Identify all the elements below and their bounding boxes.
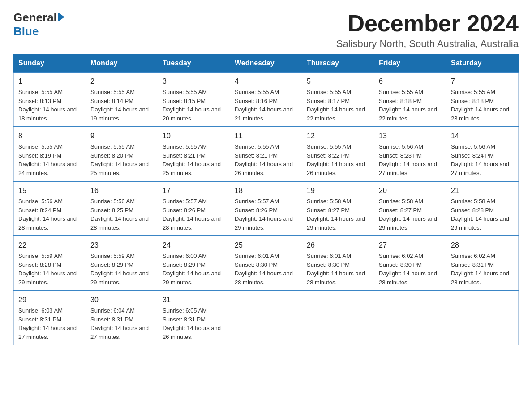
calendar-cell: 26 Sunrise: 6:01 AM Sunset: 8:30 PM Dayl… bbox=[302, 236, 374, 291]
day-daylight: Daylight: 14 hours and 27 minutes. bbox=[90, 325, 149, 340]
logo-triangle-icon bbox=[58, 13, 64, 21]
calendar-cell bbox=[230, 291, 302, 345]
day-daylight: Daylight: 14 hours and 26 minutes. bbox=[235, 161, 293, 176]
header-thursday: Thursday bbox=[302, 55, 374, 73]
calendar-cell: 24 Sunrise: 6:00 AM Sunset: 8:29 PM Dayl… bbox=[158, 236, 230, 291]
calendar-week-1: 1 Sunrise: 5:55 AM Sunset: 8:13 PM Dayli… bbox=[14, 72, 519, 127]
calendar-cell: 15 Sunrise: 5:56 AM Sunset: 8:24 PM Dayl… bbox=[14, 181, 86, 236]
day-number: 5 bbox=[307, 76, 369, 87]
day-daylight: Daylight: 14 hours and 28 minutes. bbox=[379, 270, 437, 286]
day-sunset: Sunset: 8:15 PM bbox=[163, 98, 206, 104]
day-number: 10 bbox=[163, 131, 225, 141]
day-number: 30 bbox=[90, 295, 153, 305]
day-sunset: Sunset: 8:20 PM bbox=[90, 152, 133, 159]
day-daylight: Daylight: 14 hours and 27 minutes. bbox=[451, 161, 509, 176]
day-number: 18 bbox=[235, 185, 297, 196]
day-number: 12 bbox=[307, 131, 369, 141]
page-header: General Blue December 2024 Salisbury Nor… bbox=[13, 11, 519, 50]
day-sunset: Sunset: 8:27 PM bbox=[307, 207, 350, 214]
day-number: 16 bbox=[90, 185, 153, 196]
day-daylight: Daylight: 14 hours and 27 minutes. bbox=[18, 325, 77, 340]
calendar-week-3: 15 Sunrise: 5:56 AM Sunset: 8:24 PM Dayl… bbox=[14, 181, 519, 236]
calendar-cell: 6 Sunrise: 5:55 AM Sunset: 8:18 PM Dayli… bbox=[374, 72, 446, 127]
day-daylight: Daylight: 14 hours and 29 minutes. bbox=[90, 270, 149, 286]
calendar-cell bbox=[302, 291, 374, 345]
day-daylight: Daylight: 14 hours and 29 minutes. bbox=[451, 215, 509, 231]
calendar-cell: 16 Sunrise: 5:56 AM Sunset: 8:25 PM Dayl… bbox=[86, 181, 158, 236]
day-sunset: Sunset: 8:24 PM bbox=[451, 152, 494, 159]
day-sunset: Sunset: 8:14 PM bbox=[90, 98, 133, 104]
day-sunrise: Sunrise: 5:55 AM bbox=[235, 143, 279, 150]
day-number: 4 bbox=[235, 76, 297, 87]
calendar-cell: 3 Sunrise: 5:55 AM Sunset: 8:15 PM Dayli… bbox=[158, 72, 230, 127]
day-number: 14 bbox=[451, 131, 514, 141]
logo-general-text: General bbox=[13, 11, 57, 25]
day-sunrise: Sunrise: 5:59 AM bbox=[18, 253, 63, 259]
day-daylight: Daylight: 14 hours and 25 minutes. bbox=[90, 161, 149, 176]
day-sunset: Sunset: 8:31 PM bbox=[90, 316, 133, 323]
calendar-header-row: Sunday Monday Tuesday Wednesday Thursday… bbox=[14, 55, 519, 73]
day-sunset: Sunset: 8:23 PM bbox=[379, 152, 422, 159]
day-daylight: Daylight: 14 hours and 28 minutes. bbox=[18, 215, 77, 231]
day-sunset: Sunset: 8:22 PM bbox=[307, 152, 350, 159]
day-number: 3 bbox=[163, 76, 225, 87]
calendar-cell: 8 Sunrise: 5:55 AM Sunset: 8:19 PM Dayli… bbox=[14, 127, 86, 181]
day-sunrise: Sunrise: 6:01 AM bbox=[235, 253, 279, 259]
logo: General Blue bbox=[13, 11, 64, 39]
location-subtitle: Salisbury North, South Australia, Austra… bbox=[336, 38, 519, 50]
day-sunset: Sunset: 8:30 PM bbox=[307, 261, 350, 268]
calendar-cell: 7 Sunrise: 5:55 AM Sunset: 8:18 PM Dayli… bbox=[446, 72, 519, 127]
day-daylight: Daylight: 14 hours and 18 minutes. bbox=[18, 106, 77, 122]
calendar-cell: 29 Sunrise: 6:03 AM Sunset: 8:31 PM Dayl… bbox=[14, 291, 86, 345]
day-sunset: Sunset: 8:24 PM bbox=[18, 207, 61, 214]
day-sunrise: Sunrise: 5:55 AM bbox=[163, 89, 207, 95]
header-saturday: Saturday bbox=[446, 55, 519, 73]
calendar-cell: 21 Sunrise: 5:58 AM Sunset: 8:28 PM Dayl… bbox=[446, 181, 519, 236]
day-daylight: Daylight: 14 hours and 29 minutes. bbox=[379, 215, 437, 231]
day-sunset: Sunset: 8:21 PM bbox=[235, 152, 278, 159]
calendar-cell: 11 Sunrise: 5:55 AM Sunset: 8:21 PM Dayl… bbox=[230, 127, 302, 181]
calendar-cell: 1 Sunrise: 5:55 AM Sunset: 8:13 PM Dayli… bbox=[14, 72, 86, 127]
title-block: December 2024 Salisbury North, South Aus… bbox=[336, 11, 519, 50]
day-daylight: Daylight: 14 hours and 26 minutes. bbox=[307, 161, 365, 176]
calendar-cell: 17 Sunrise: 5:57 AM Sunset: 8:26 PM Dayl… bbox=[158, 181, 230, 236]
day-number: 25 bbox=[235, 240, 297, 251]
day-number: 2 bbox=[90, 76, 153, 87]
day-daylight: Daylight: 14 hours and 21 minutes. bbox=[235, 106, 293, 122]
day-daylight: Daylight: 14 hours and 24 minutes. bbox=[18, 161, 77, 176]
day-sunrise: Sunrise: 5:55 AM bbox=[163, 143, 207, 150]
day-number: 31 bbox=[163, 295, 225, 305]
day-number: 27 bbox=[379, 240, 442, 251]
day-sunset: Sunset: 8:25 PM bbox=[90, 207, 133, 214]
header-monday: Monday bbox=[86, 55, 158, 73]
day-number: 29 bbox=[18, 295, 81, 305]
day-daylight: Daylight: 14 hours and 25 minutes. bbox=[163, 161, 221, 176]
day-daylight: Daylight: 14 hours and 29 minutes. bbox=[235, 215, 293, 231]
calendar-week-4: 22 Sunrise: 5:59 AM Sunset: 8:28 PM Dayl… bbox=[14, 236, 519, 291]
day-daylight: Daylight: 14 hours and 19 minutes. bbox=[90, 106, 149, 122]
day-sunrise: Sunrise: 6:01 AM bbox=[307, 253, 351, 259]
calendar-cell: 4 Sunrise: 5:55 AM Sunset: 8:16 PM Dayli… bbox=[230, 72, 302, 127]
day-daylight: Daylight: 14 hours and 28 minutes. bbox=[307, 270, 365, 286]
month-title: December 2024 bbox=[336, 11, 519, 36]
day-sunset: Sunset: 8:28 PM bbox=[451, 207, 494, 214]
day-sunset: Sunset: 8:31 PM bbox=[18, 316, 61, 323]
logo-blue-text: Blue bbox=[13, 25, 39, 39]
calendar-week-2: 8 Sunrise: 5:55 AM Sunset: 8:19 PM Dayli… bbox=[14, 127, 519, 181]
calendar-cell: 22 Sunrise: 5:59 AM Sunset: 8:28 PM Dayl… bbox=[14, 236, 86, 291]
day-sunset: Sunset: 8:29 PM bbox=[90, 261, 133, 268]
day-sunset: Sunset: 8:28 PM bbox=[18, 261, 61, 268]
day-sunrise: Sunrise: 5:55 AM bbox=[307, 143, 351, 150]
day-sunset: Sunset: 8:30 PM bbox=[379, 261, 422, 268]
day-number: 28 bbox=[451, 240, 514, 251]
day-sunrise: Sunrise: 6:05 AM bbox=[163, 307, 207, 314]
day-sunrise: Sunrise: 6:02 AM bbox=[451, 253, 495, 259]
day-sunrise: Sunrise: 5:56 AM bbox=[90, 198, 135, 205]
calendar-cell: 10 Sunrise: 5:55 AM Sunset: 8:21 PM Dayl… bbox=[158, 127, 230, 181]
calendar-cell: 14 Sunrise: 5:56 AM Sunset: 8:24 PM Dayl… bbox=[446, 127, 519, 181]
day-sunrise: Sunrise: 5:55 AM bbox=[90, 89, 135, 95]
day-sunset: Sunset: 8:18 PM bbox=[379, 98, 422, 104]
calendar-cell: 31 Sunrise: 6:05 AM Sunset: 8:31 PM Dayl… bbox=[158, 291, 230, 345]
day-sunset: Sunset: 8:27 PM bbox=[379, 207, 422, 214]
day-daylight: Daylight: 14 hours and 23 minutes. bbox=[451, 106, 509, 122]
